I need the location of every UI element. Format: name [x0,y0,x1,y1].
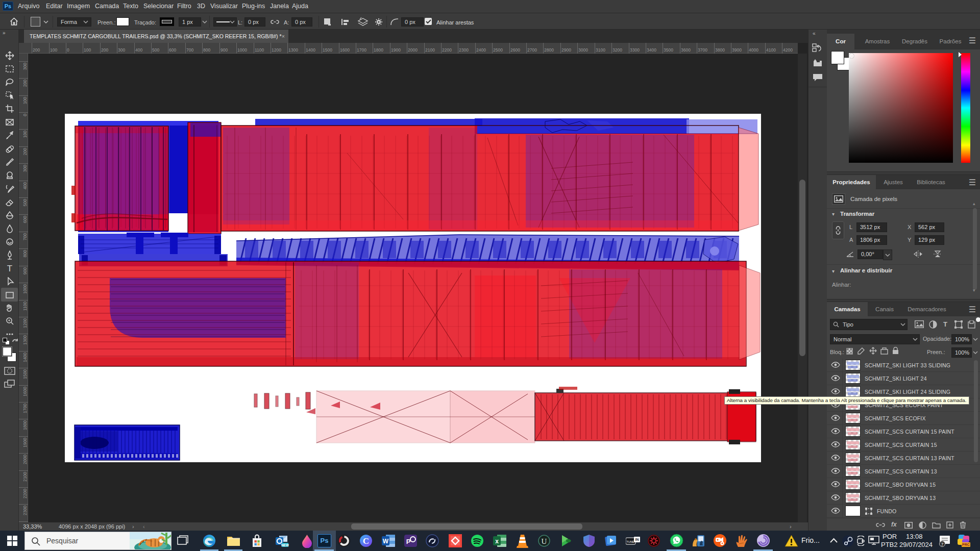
svg-text:T: T [7,264,12,273]
svg-text:NEW: NEW [281,543,289,547]
svg-text:7: 7 [941,542,943,547]
svg-text:U: U [542,537,547,545]
svg-text:IN: IN [635,538,639,541]
svg-text:x: x [495,538,499,545]
svg-text:TUNE: TUNE [627,540,634,543]
svg-text:W: W [383,538,389,545]
svg-text:PRC: PRC [962,543,970,546]
svg-text:C: C [363,536,369,546]
